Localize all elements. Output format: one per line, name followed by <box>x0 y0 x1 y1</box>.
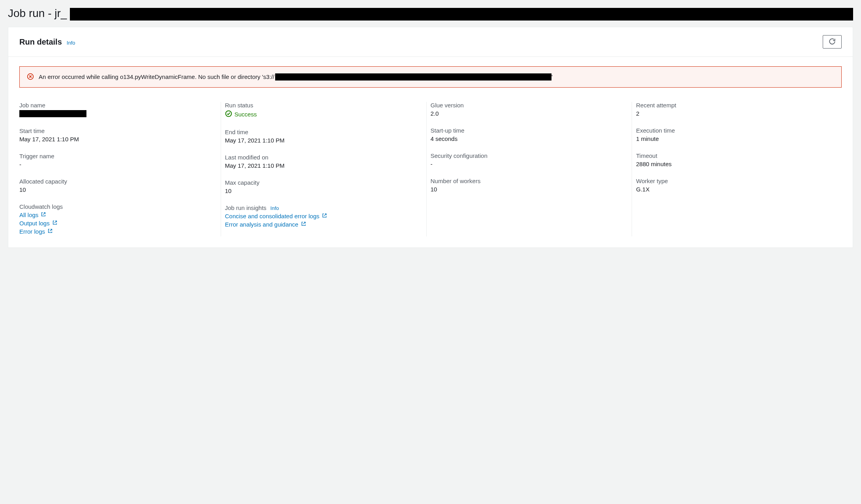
label-execution-time: Execution time <box>636 127 832 134</box>
details-col-3: Glue version 2.0 Start-up time 4 seconds… <box>431 102 636 236</box>
link-concise-error-logs[interactable]: Concise and consolidated error logs <box>225 213 421 219</box>
field-worker-type: Worker type G.1X <box>636 178 832 193</box>
refresh-icon <box>829 38 836 46</box>
link-output-logs[interactable]: Output logs <box>19 220 216 227</box>
link-concise-error-logs-text: Concise and consolidated error logs <box>225 213 319 219</box>
link-all-logs-text: All logs <box>19 212 38 218</box>
field-security-config: Security configuration - <box>431 152 627 167</box>
field-run-status: Run status Success <box>225 102 421 118</box>
field-end-time: End time May 17, 2021 1:10 PM <box>225 129 421 144</box>
external-link-icon <box>47 228 53 235</box>
value-run-status: Success <box>225 110 257 118</box>
value-timeout: 2880 minutes <box>636 161 832 167</box>
error-icon <box>27 73 34 81</box>
page-title-prefix: Job run - jr_ <box>8 7 67 20</box>
label-end-time: End time <box>225 129 421 135</box>
field-execution-time: Execution time 1 minute <box>636 127 832 142</box>
value-security-config: - <box>431 161 627 167</box>
link-all-logs[interactable]: All logs <box>19 212 216 218</box>
label-run-status: Run status <box>225 102 421 109</box>
info-link[interactable]: Info <box>67 40 75 46</box>
label-job-run-insights: Job run insights Info <box>225 204 421 211</box>
field-job-name: Job name <box>19 102 216 117</box>
run-details-card: Run details Info <box>8 27 853 248</box>
details-grid: Job name Start time May 17, 2021 1:10 PM… <box>19 102 842 236</box>
field-trigger-name: Trigger name - <box>19 153 216 168</box>
label-max-capacity: Max capacity <box>225 179 421 186</box>
field-job-run-insights: Job run insights Info Concise and consol… <box>225 204 421 228</box>
card-body: An error occurred while calling o134.pyW… <box>8 57 853 247</box>
error-text-after: ' <box>551 72 553 82</box>
label-security-config: Security configuration <box>431 152 627 159</box>
label-startup-time: Start-up time <box>431 127 627 134</box>
details-col-2: Run status Success End t <box>225 102 431 236</box>
value-last-modified: May 17, 2021 1:10 PM <box>225 162 421 169</box>
label-recent-attempt: Recent attempt <box>636 102 832 109</box>
card-header: Run details Info <box>8 27 853 57</box>
value-worker-type: G.1X <box>636 186 832 193</box>
value-trigger-name: - <box>19 161 216 168</box>
value-recent-attempt: 2 <box>636 110 832 117</box>
value-startup-time: 4 seconds <box>431 135 627 142</box>
field-allocated-capacity: Allocated capacity 10 <box>19 178 216 193</box>
value-allocated-capacity: 10 <box>19 186 216 193</box>
page-title: Job run - jr_ <box>8 6 853 21</box>
external-link-icon <box>301 221 306 228</box>
external-link-icon <box>322 213 327 219</box>
field-cloudwatch-logs: Cloudwatch logs All logs Output logs <box>19 203 216 235</box>
redacted-s3-path-2 <box>401 73 551 81</box>
field-start-time: Start time May 17, 2021 1:10 PM <box>19 127 216 142</box>
value-run-status-text: Success <box>234 111 257 118</box>
insights-links: Concise and consolidated error logs Erro… <box>225 213 421 228</box>
label-job-run-insights-text: Job run insights <box>225 204 266 211</box>
error-message: An error occurred while calling o134.pyW… <box>39 72 553 82</box>
link-error-logs-text: Error logs <box>19 228 45 235</box>
label-start-time: Start time <box>19 127 216 134</box>
info-link-insights[interactable]: Info <box>270 205 279 211</box>
label-num-workers: Number of workers <box>431 178 627 184</box>
label-worker-type: Worker type <box>636 178 832 184</box>
field-startup-time: Start-up time 4 seconds <box>431 127 627 142</box>
details-col-4: Recent attempt 2 Execution time 1 minute… <box>636 102 842 236</box>
field-recent-attempt: Recent attempt 2 <box>636 102 832 117</box>
error-text-before: An error occurred while calling o134.pyW… <box>39 72 274 82</box>
label-job-name: Job name <box>19 102 216 109</box>
success-icon <box>225 110 232 118</box>
value-max-capacity: 10 <box>225 187 421 194</box>
label-cloudwatch-logs: Cloudwatch logs <box>19 203 216 210</box>
label-last-modified: Last modified on <box>225 154 421 161</box>
cloudwatch-log-links: All logs Output logs Error logs <box>19 212 216 235</box>
redacted-job-run-id <box>70 8 853 21</box>
value-job-name-redacted <box>19 110 86 117</box>
value-glue-version: 2.0 <box>431 110 627 117</box>
field-num-workers: Number of workers 10 <box>431 178 627 193</box>
value-execution-time: 1 minute <box>636 135 832 142</box>
label-timeout: Timeout <box>636 152 832 159</box>
label-trigger-name: Trigger name <box>19 153 216 159</box>
external-link-icon <box>41 212 46 218</box>
card-title: Run details Info <box>19 37 75 47</box>
field-timeout: Timeout 2880 minutes <box>636 152 832 167</box>
error-alert: An error occurred while calling o134.pyW… <box>19 66 842 88</box>
value-start-time: May 17, 2021 1:10 PM <box>19 136 216 142</box>
field-max-capacity: Max capacity 10 <box>225 179 421 194</box>
external-link-icon <box>52 220 58 227</box>
field-last-modified: Last modified on May 17, 2021 1:10 PM <box>225 154 421 169</box>
link-error-analysis[interactable]: Error analysis and guidance <box>225 221 421 228</box>
label-allocated-capacity: Allocated capacity <box>19 178 216 185</box>
link-error-logs[interactable]: Error logs <box>19 228 216 235</box>
field-glue-version: Glue version 2.0 <box>431 102 627 117</box>
details-col-1: Job name Start time May 17, 2021 1:10 PM… <box>19 102 225 236</box>
refresh-button[interactable] <box>823 35 842 49</box>
card-title-text: Run details <box>19 37 62 47</box>
label-glue-version: Glue version <box>431 102 627 109</box>
value-end-time: May 17, 2021 1:10 PM <box>225 137 421 144</box>
redacted-s3-path-1 <box>275 73 401 81</box>
value-num-workers: 10 <box>431 186 627 193</box>
link-output-logs-text: Output logs <box>19 220 50 227</box>
link-error-analysis-text: Error analysis and guidance <box>225 221 298 228</box>
